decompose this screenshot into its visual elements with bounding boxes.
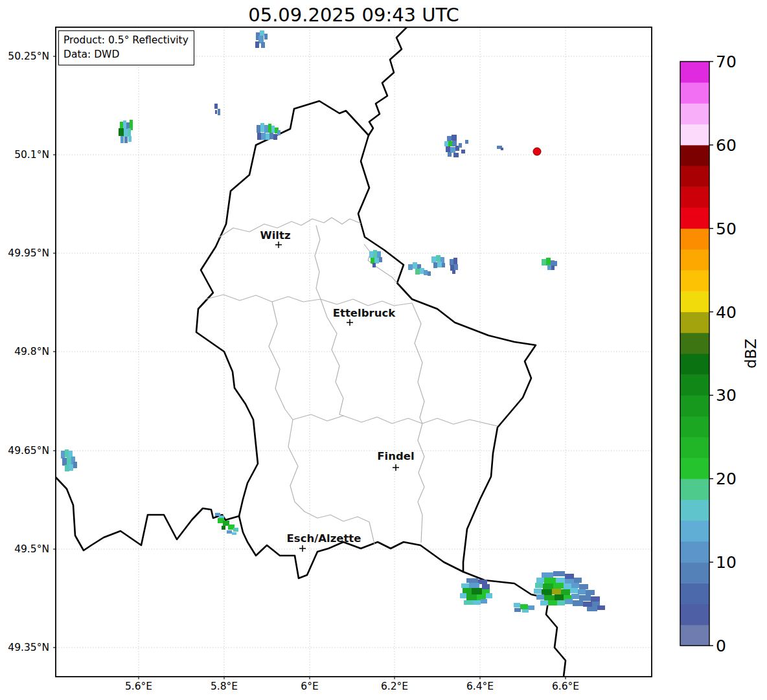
longitude-tick-label: 6.6°E bbox=[552, 681, 579, 692]
echo-cell bbox=[261, 42, 265, 48]
longitude-tick-label: 6.2°E bbox=[381, 681, 408, 692]
echo-sw bbox=[61, 449, 77, 471]
echo-cell bbox=[551, 265, 555, 270]
echo-cell bbox=[124, 129, 128, 137]
echo-cell bbox=[372, 263, 376, 267]
echo-cell bbox=[466, 578, 478, 583]
echo-cell bbox=[520, 604, 528, 609]
echo-cell bbox=[67, 457, 71, 465]
belgium-germany-border bbox=[369, 27, 407, 135]
echo-nw-top bbox=[255, 30, 268, 48]
echo-cell bbox=[119, 128, 124, 136]
echo-cell bbox=[557, 600, 565, 605]
echo-cell bbox=[570, 588, 578, 593]
colorbar-segment bbox=[680, 500, 709, 521]
colorbar-segment bbox=[680, 395, 709, 416]
echo-cell bbox=[561, 589, 570, 595]
echo-cell bbox=[542, 589, 552, 595]
echo-east-2a bbox=[408, 262, 431, 276]
city-label: Wiltz bbox=[260, 229, 290, 242]
echo-cell bbox=[528, 605, 534, 610]
longitude-tick-label: 5.6°E bbox=[125, 681, 152, 692]
latitude-tick-label: 50.1°N bbox=[0, 149, 49, 161]
echo-cell bbox=[261, 133, 266, 140]
echo-cell bbox=[266, 133, 269, 140]
echo-cell bbox=[478, 580, 487, 584]
colorbar-segment bbox=[680, 62, 709, 83]
echo-cell bbox=[544, 578, 556, 583]
colorbar-segment bbox=[680, 333, 709, 354]
echo-cell bbox=[447, 136, 452, 141]
echo-cell bbox=[269, 133, 273, 139]
echo-cell bbox=[61, 451, 65, 458]
echo-cell bbox=[442, 263, 445, 267]
echo-cell bbox=[453, 153, 459, 157]
echo-cell bbox=[450, 147, 455, 153]
colorbar-tick-label: 50 bbox=[716, 219, 737, 238]
city-label: Findel bbox=[377, 450, 414, 462]
radar-site-dot bbox=[533, 148, 541, 155]
colorbar-segment bbox=[680, 249, 709, 271]
echo-cell bbox=[218, 109, 220, 115]
echo-cell bbox=[65, 465, 69, 471]
colorbar-segment bbox=[680, 604, 709, 626]
echo-cell bbox=[377, 251, 381, 258]
echo-cell bbox=[371, 258, 374, 264]
echo-cell bbox=[579, 595, 591, 601]
echo-cell bbox=[574, 578, 582, 583]
echo-cell bbox=[257, 133, 261, 140]
echo-cell bbox=[448, 141, 452, 146]
echo-cell bbox=[62, 458, 67, 466]
echo-cell bbox=[374, 258, 379, 264]
echo-cell bbox=[257, 125, 260, 133]
colorbar-segment bbox=[680, 124, 709, 146]
echo-cell bbox=[369, 251, 373, 258]
colorbar-segment bbox=[680, 166, 709, 187]
echo-cell bbox=[214, 104, 218, 109]
echo-cell bbox=[573, 600, 583, 606]
colorbar-tick-label: 10 bbox=[716, 553, 737, 572]
echo-cell bbox=[461, 150, 465, 153]
echo-cell bbox=[264, 125, 268, 133]
echo-cell bbox=[514, 608, 521, 612]
echo-east-2b bbox=[431, 255, 445, 268]
echo-east-2c bbox=[450, 258, 458, 274]
colorbar-tick-label: 0 bbox=[716, 637, 726, 655]
echo-cell bbox=[120, 136, 124, 143]
city-findel: Findel bbox=[377, 450, 414, 471]
colorbar-segment bbox=[680, 82, 709, 104]
echo-cell bbox=[413, 262, 417, 269]
echo-south-1 bbox=[460, 578, 492, 605]
echo-cell bbox=[65, 449, 69, 457]
echo-south-3 bbox=[534, 571, 605, 611]
colorbar-tick-label: 40 bbox=[716, 302, 737, 321]
product-line: Product: 0.5° Reflectivity bbox=[63, 33, 189, 47]
echo-cell bbox=[450, 265, 454, 271]
echo-cell bbox=[444, 141, 448, 146]
echo-cell bbox=[586, 590, 595, 595]
echo-cell bbox=[222, 526, 225, 530]
echo-cell bbox=[448, 152, 452, 157]
longitude-tick-label: 6.4°E bbox=[466, 681, 494, 692]
latitude-tick-label: 49.8°N bbox=[0, 346, 49, 357]
echo-cell bbox=[535, 583, 543, 588]
echo-cell bbox=[446, 146, 450, 152]
echo-cell bbox=[268, 124, 271, 133]
echo-cell bbox=[565, 599, 573, 604]
echo-cell bbox=[542, 572, 553, 578]
echo-cell bbox=[273, 134, 277, 140]
echo-cell bbox=[536, 594, 544, 600]
echo-cell bbox=[579, 584, 588, 589]
echo-cell bbox=[578, 589, 586, 594]
echo-cell bbox=[408, 264, 413, 270]
echo-cell bbox=[597, 605, 605, 610]
echo-cell bbox=[69, 464, 73, 471]
colorbar-segment bbox=[680, 625, 709, 646]
echo-cell bbox=[571, 583, 579, 588]
echo-west-1 bbox=[119, 120, 133, 143]
echo-cell bbox=[436, 255, 441, 262]
echo-cell bbox=[534, 589, 542, 594]
colorbar-segment bbox=[680, 312, 709, 333]
echo-cell bbox=[536, 578, 544, 583]
city-marker-layer: WiltzEttelbruckFindelEsch/Alzette bbox=[260, 148, 541, 552]
